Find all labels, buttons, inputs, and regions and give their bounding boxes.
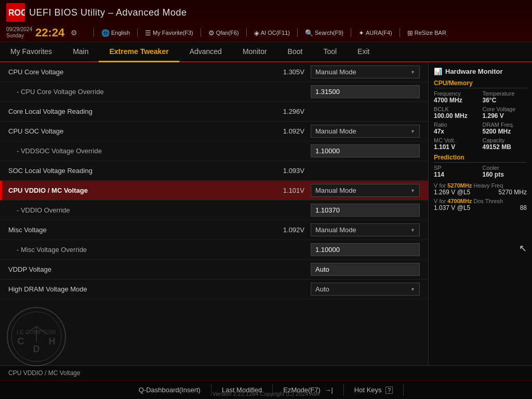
search-btn[interactable]: 🔍 Search(F9) [302, 28, 347, 38]
status-text: CPU VDDIO / MC Voltage [8, 369, 81, 377]
q-dashboard-btn[interactable]: Q-Dashboard(Insert) [128, 384, 211, 396]
dropdown-cpu-soc-voltage[interactable]: Manual Mode [311, 125, 420, 138]
tab-boot[interactable]: Boot [277, 42, 313, 62]
hw-monitor-title: 📊 Hardware Monitor [434, 68, 527, 75]
cpu-memory-section-title: CPU/Memory [434, 79, 527, 88]
setting-row-vddsoc-override: - VDDSOC Voltage Override 1.10000 [0, 141, 428, 161]
setting-value-soc-local-voltage: 1.093V [269, 167, 311, 175]
setting-control-misc-voltage[interactable]: Manual Mode [311, 223, 420, 236]
tab-main[interactable]: Main [62, 42, 99, 62]
setting-row-cpu-soc-voltage: CPU SOC Voltage 1.092V Manual Mode [0, 122, 428, 141]
input-misc-voltage-override[interactable]: 1.10000 [311, 243, 420, 256]
header: ROG UEFI BIOS Utility – Advanced Mode 09… [0, 0, 532, 42]
setting-label-core-local-voltage: Core Local Voltage Reading [8, 108, 269, 115]
dropdown-value-cpu-vddio-mc: Manual Mode [315, 187, 356, 194]
hw-monitor-panel: 📊 Hardware Monitor CPU/Memory Frequency … [428, 62, 532, 365]
ai-oc-btn[interactable]: ◈ AI OC(F11) [251, 28, 293, 38]
tab-advanced[interactable]: Advanced [179, 42, 232, 62]
date-display: 09/29/2024 [6, 26, 32, 33]
input-cpu-core-voltage-override[interactable]: 1.31500 [311, 85, 420, 98]
version-text: Version 2.22.1284 Copyright (C) 2024 AMI [212, 391, 320, 397]
v-5270-value: 1.269 V @L5 [434, 189, 470, 196]
setting-control-vddsoc-override[interactable]: 1.10000 [311, 144, 420, 157]
svg-text:H: H [49, 336, 56, 347]
setting-row-cpu-core-voltage: CPU Core Voltage 1.305V Manual Mode [0, 62, 428, 82]
tab-exit[interactable]: Exit [347, 42, 380, 62]
tab-extreme-tweaker[interactable]: Extreme Tweaker [99, 42, 179, 62]
setting-label-vddsoc-override: - VDDSOC Voltage Override [8, 147, 269, 155]
setting-control-misc-voltage-override[interactable]: 1.10000 [311, 243, 420, 256]
svg-text:C: C [18, 336, 24, 347]
resize-bar-btn[interactable]: ⊞ ReSize BAR [404, 28, 449, 38]
my-favorite-label: My Favorite(F3) [153, 30, 193, 36]
freq-4700-highlight: 4700MHz [447, 198, 472, 204]
v-4700-thresh: 88 [520, 204, 527, 211]
core-voltage-label: Core Voltage 1.296 V [483, 106, 527, 119]
toolbar-divider-3 [201, 29, 201, 37]
v-5270-freq-val: 5270 MHz [498, 189, 527, 196]
setting-control-high-dram-voltage[interactable]: Auto [311, 283, 420, 296]
bclk-label: BCLK 100.00 MHz [434, 106, 478, 119]
search-icon: 🔍 [305, 29, 313, 37]
my-favorite-btn[interactable]: ☰ My Favorite(F3) [142, 28, 196, 38]
day-display: Sunday [6, 33, 32, 39]
bottom-bar: LE COMPTOIR C H D · · Q-Dashboard(Insert… [0, 380, 532, 399]
setting-row-vddio-override: - VDDIO Override 1.10370 [0, 201, 428, 220]
ai-oc-label: AI OC(F11) [261, 30, 290, 36]
rog-logo-icon: ROG [6, 3, 25, 22]
language-label: English [111, 30, 130, 36]
dropdown-misc-voltage[interactable]: Manual Mode [311, 223, 420, 236]
dram-freq-label: DRAM Freq. 5200 MHz [483, 122, 527, 135]
favorite-icon: ☰ [145, 29, 151, 37]
dropdown-cpu-core-voltage[interactable]: Manual Mode [311, 65, 420, 78]
cursor-icon: ↖ [519, 243, 527, 254]
setting-control-cpu-core-voltage[interactable]: Manual Mode [311, 65, 420, 78]
content-area: CPU Core Voltage 1.305V Manual Mode - CP… [0, 62, 532, 365]
input-vddsoc-override[interactable]: 1.10000 [311, 144, 420, 157]
toolbar-divider-5 [297, 29, 298, 37]
setting-control-cpu-soc-voltage[interactable]: Manual Mode [311, 125, 420, 138]
setting-value-cpu-soc-voltage: 1.092V [269, 127, 311, 135]
language-btn[interactable]: 🌐 English [98, 28, 133, 38]
input-vddp-voltage[interactable]: Auto [311, 263, 420, 276]
datetime-area: 09/29/2024 Sunday 22:24 ⚙ [6, 26, 89, 39]
toolbar-divider-2 [137, 29, 138, 37]
setting-value-misc-voltage: 1.092V [269, 226, 311, 234]
setting-value-core-local-voltage: 1.296V [269, 108, 311, 115]
setting-row-vddp-voltage: VDDP Voltage Auto [0, 260, 428, 280]
setting-label-soc-local-voltage: SOC Local Voltage Reading [8, 167, 269, 175]
logo-area: ROG UEFI BIOS Utility – Advanced Mode [6, 3, 187, 22]
dropdown-cpu-vddio-mc[interactable]: Manual Mode [311, 184, 420, 197]
app-title: UEFI BIOS Utility – Advanced Mode [29, 7, 187, 18]
tab-tool[interactable]: Tool [313, 42, 347, 62]
aura-btn[interactable]: ✦ AURA(F4) [355, 28, 395, 38]
gear-icon[interactable]: ⚙ [71, 29, 77, 37]
setting-row-core-local-voltage: Core Local Voltage Reading 1.296V [0, 102, 428, 122]
setting-control-cpu-core-voltage-override[interactable]: 1.31500 [311, 85, 420, 98]
setting-label-cpu-core-voltage-override: - CPU Core Voltage Override [8, 88, 269, 96]
svg-text:D: D [33, 344, 40, 354]
date-area: 09/29/2024 Sunday [6, 26, 32, 39]
setting-row-misc-voltage-override: - Misc Voltage Override 1.10000 [0, 240, 428, 260]
fan-icon: ⚙ [208, 29, 215, 37]
globe-icon: 🌐 [101, 29, 110, 37]
tab-my-favorites[interactable]: My Favorites [0, 42, 62, 62]
v-4700-row: V for 4700MHz Dos Thresh 1.037 V @L5 88 [434, 198, 527, 211]
tab-monitor[interactable]: Monitor [232, 42, 277, 62]
prediction-sp-cooler: SP 114 Cooler 160 pts [434, 165, 527, 178]
hot-keys-btn[interactable]: Hot Keys ? [344, 384, 404, 396]
cpu-memory-grid: Frequency 4700 MHz Temperature 36°C BCLK… [434, 90, 527, 151]
setting-label-vddp-voltage: VDDP Voltage [8, 265, 269, 273]
ratio-label: Ratio 47x [434, 122, 478, 135]
setting-label-vddio-override: - VDDIO Override [8, 206, 269, 214]
setting-control-vddio-override[interactable]: 1.10370 [311, 204, 420, 217]
setting-control-vddp-voltage[interactable]: Auto [311, 263, 420, 276]
input-vddio-override[interactable]: 1.10370 [311, 204, 420, 217]
qfan-btn[interactable]: ⚙ Qfan(F6) [205, 28, 242, 38]
dropdown-high-dram-voltage[interactable]: Auto [311, 283, 420, 296]
setting-control-cpu-vddio-mc[interactable]: Manual Mode [311, 184, 420, 197]
v-4700-value: 1.037 V @L5 [434, 204, 470, 211]
setting-value-cpu-core-voltage: 1.305V [269, 68, 311, 76]
monitor-icon: 📊 [434, 68, 442, 75]
temperature-label: Temperature 36°C [483, 90, 527, 104]
